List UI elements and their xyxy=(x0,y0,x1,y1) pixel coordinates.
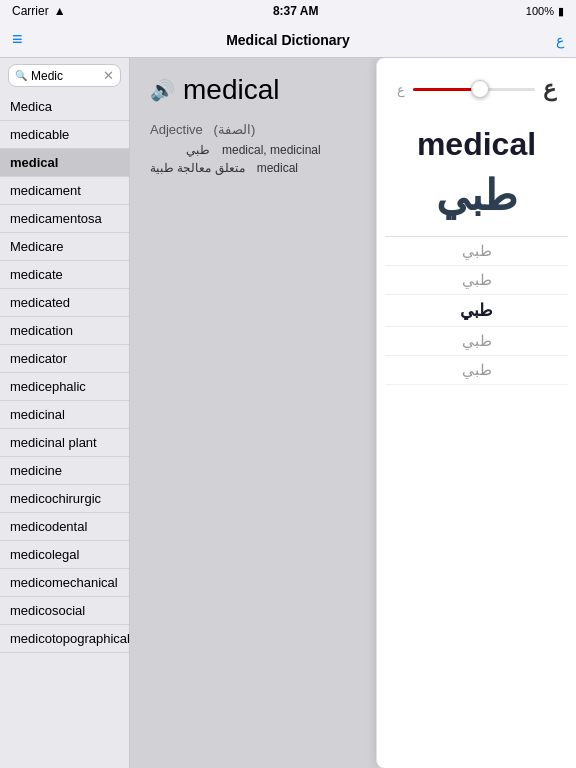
word-item[interactable]: Medicare xyxy=(0,233,129,261)
slider-track[interactable] xyxy=(413,88,535,91)
arabic-list: طبيطبيطبيطبيطبي xyxy=(385,236,568,385)
status-bar: Carrier ▲ 8:37 AM 100% ▮ xyxy=(0,0,576,22)
card-word-arabic: طبي xyxy=(436,171,517,220)
content-word-title: medical xyxy=(183,74,279,106)
arabic-list-item: طبي xyxy=(385,266,568,295)
word-item[interactable]: medicable xyxy=(0,121,129,149)
word-item[interactable]: medicephalic xyxy=(0,373,129,401)
battery-label: 100% xyxy=(526,5,554,17)
status-left: Carrier ▲ xyxy=(12,4,66,18)
slider-fill xyxy=(413,88,480,91)
word-item[interactable]: medicinal plant xyxy=(0,429,129,457)
word-item[interactable]: medicomechanical xyxy=(0,569,129,597)
def-english: medical, medicinal xyxy=(222,143,321,157)
search-icon: 🔍 xyxy=(15,70,27,81)
word-item[interactable]: medicinal xyxy=(0,401,129,429)
card-word-english: medical xyxy=(417,126,536,163)
search-input-wrap[interactable]: 🔍 ✕ xyxy=(8,64,121,87)
definition-row: متعلق معالجة طبيةmedical xyxy=(150,161,366,175)
word-item[interactable]: medicosocial xyxy=(0,597,129,625)
slider-label-right: ع xyxy=(543,76,556,102)
search-input[interactable] xyxy=(31,69,101,83)
nav-title: Medical Dictionary xyxy=(226,32,350,48)
word-item[interactable]: medicamentosa xyxy=(0,205,129,233)
arabic-list-item: طبي xyxy=(385,356,568,385)
right-panel: ع ع medical طبي طبيطبيطبيطبيطبي xyxy=(376,58,576,768)
arabic-list-item: طبي xyxy=(385,237,568,266)
def-arabic: طبي xyxy=(150,143,210,157)
adj-label-arabic: (الصفة) xyxy=(214,122,256,137)
wifi-icon: ▲ xyxy=(54,4,66,18)
word-item[interactable]: medicochirurgic xyxy=(0,485,129,513)
word-header: 🔊 medical xyxy=(150,74,366,106)
arabic-list-item: طبي xyxy=(385,327,568,356)
search-clear-icon[interactable]: ✕ xyxy=(103,68,114,83)
word-item[interactable]: medicament xyxy=(0,177,129,205)
def-english: medical xyxy=(257,161,298,175)
slider-label-left: ع xyxy=(397,82,405,97)
slider-thumb[interactable] xyxy=(471,80,489,98)
definition-block: Adjective (الصفة) طبيmedical, medicinalم… xyxy=(150,122,366,175)
main-layout: 🔍 ✕ Medicamedicablemedicalmedicamentmedi… xyxy=(0,58,576,768)
word-item[interactable]: medical xyxy=(0,149,129,177)
word-item[interactable]: Medica xyxy=(0,93,129,121)
word-list: Medicamedicablemedicalmedicamentmedicame… xyxy=(0,93,129,768)
word-item[interactable]: medication xyxy=(0,317,129,345)
def-arabic: متعلق معالجة طبية xyxy=(150,161,245,175)
arabic-list-item: طبي xyxy=(385,295,568,327)
word-item[interactable]: medicate xyxy=(0,261,129,289)
nav-right-icon[interactable]: ع xyxy=(556,32,564,48)
word-item[interactable]: medicine xyxy=(0,457,129,485)
word-item[interactable]: medicotopographical xyxy=(0,625,129,653)
menu-icon[interactable]: ≡ xyxy=(12,29,23,50)
speaker-icon[interactable]: 🔊 xyxy=(150,78,175,102)
definition-row: طبيmedical, medicinal xyxy=(150,143,366,157)
carrier-label: Carrier xyxy=(12,4,49,18)
word-item[interactable]: medicated xyxy=(0,289,129,317)
search-bar: 🔍 ✕ xyxy=(0,58,129,93)
status-time: 8:37 AM xyxy=(273,4,319,18)
adj-label: Adjective (الصفة) xyxy=(150,122,366,137)
definitions-container: طبيmedical, medicinalمتعلق معالجة طبيةme… xyxy=(150,143,366,175)
battery-icon: ▮ xyxy=(558,5,564,18)
slider-container: ع ع xyxy=(385,70,568,108)
sidebar: 🔍 ✕ Medicamedicablemedicalmedicamentmedi… xyxy=(0,58,130,768)
adj-label-text: Adjective xyxy=(150,122,203,137)
word-item[interactable]: medicodental xyxy=(0,513,129,541)
status-right: 100% ▮ xyxy=(526,5,564,18)
nav-bar: ≡ Medical Dictionary ع xyxy=(0,22,576,58)
word-item[interactable]: medicator xyxy=(0,345,129,373)
word-item[interactable]: medicolegal xyxy=(0,541,129,569)
